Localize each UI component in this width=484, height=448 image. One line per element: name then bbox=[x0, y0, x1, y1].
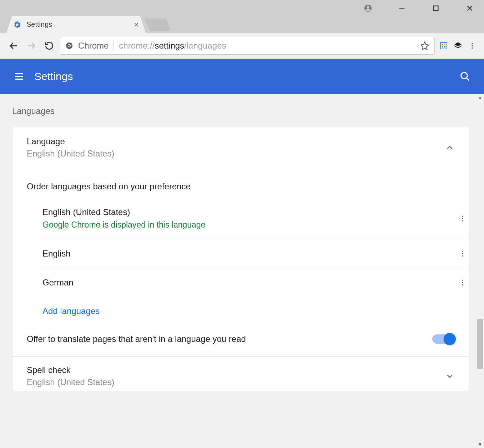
site-identity-icon bbox=[65, 42, 73, 50]
scroll-up-icon[interactable]: ▲ bbox=[476, 95, 484, 100]
reload-button[interactable] bbox=[42, 39, 56, 53]
search-icon[interactable] bbox=[460, 71, 470, 82]
chevron-up-icon bbox=[445, 143, 454, 152]
language-item: German bbox=[42, 268, 469, 297]
window-titlebar bbox=[0, 0, 484, 16]
svg-rect-12 bbox=[442, 44, 443, 45]
gear-icon bbox=[13, 20, 21, 29]
svg-point-31 bbox=[462, 282, 463, 283]
svg-rect-3 bbox=[434, 6, 438, 10]
back-button[interactable] bbox=[6, 39, 21, 53]
account-icon[interactable] bbox=[361, 1, 375, 15]
extension-icon-2[interactable] bbox=[453, 40, 463, 51]
language-item: English (United States) Google Chrome is… bbox=[42, 198, 469, 239]
languages-card: Language English (United States) Order l… bbox=[12, 126, 469, 391]
language-expander[interactable]: Language English (United States) bbox=[12, 126, 469, 169]
language-title: Language bbox=[27, 136, 445, 146]
tab-title: Settings bbox=[26, 20, 128, 29]
browser-toolbar: Chrome chrome://settings/languages bbox=[0, 33, 484, 59]
more-options-icon[interactable] bbox=[459, 250, 469, 258]
language-name: English (United States) bbox=[42, 207, 459, 217]
svg-rect-14 bbox=[442, 46, 443, 48]
translate-label: Offer to translate pages that aren't in … bbox=[27, 334, 432, 344]
scroll-down-icon[interactable]: ▼ bbox=[476, 442, 484, 447]
tab-close-icon[interactable] bbox=[133, 22, 139, 28]
svg-point-29 bbox=[462, 255, 463, 257]
svg-point-17 bbox=[472, 45, 473, 46]
maximize-button[interactable] bbox=[429, 1, 443, 15]
svg-point-30 bbox=[462, 280, 463, 281]
translate-row: Offer to translate pages that aren't in … bbox=[12, 325, 469, 356]
language-name: German bbox=[42, 278, 459, 288]
omnibox-url: chrome://settings/languages bbox=[119, 41, 226, 51]
svg-point-27 bbox=[462, 251, 463, 252]
order-label: Order languages based on your preference bbox=[27, 181, 454, 191]
bookmark-star-icon[interactable] bbox=[420, 41, 429, 50]
menu-icon[interactable] bbox=[14, 71, 24, 82]
toggle-knob bbox=[444, 333, 456, 345]
language-subtitle: English (United States) bbox=[27, 149, 445, 159]
svg-point-18 bbox=[472, 48, 473, 49]
settings-title: Settings bbox=[34, 70, 460, 83]
minimize-button[interactable] bbox=[395, 1, 409, 15]
svg-point-10 bbox=[68, 45, 70, 47]
content-viewport: Languages Language English (United State… bbox=[0, 94, 484, 448]
browser-menu-icon[interactable] bbox=[467, 40, 478, 51]
settings-header: Settings bbox=[0, 59, 484, 94]
svg-point-22 bbox=[461, 73, 468, 79]
address-bar[interactable]: Chrome chrome://settings/languages bbox=[60, 37, 435, 55]
language-list: English (United States) Google Chrome is… bbox=[42, 198, 469, 297]
svg-point-16 bbox=[472, 43, 473, 44]
scroll-thumb[interactable] bbox=[477, 319, 483, 369]
svg-point-25 bbox=[462, 218, 463, 219]
svg-point-28 bbox=[462, 253, 463, 254]
spellcheck-title: Spell check bbox=[27, 365, 445, 375]
close-window-button[interactable] bbox=[463, 1, 477, 15]
svg-rect-15 bbox=[444, 46, 445, 48]
language-item: English bbox=[42, 239, 469, 268]
language-name: English bbox=[42, 249, 459, 259]
more-options-icon[interactable] bbox=[459, 215, 469, 223]
chevron-down-icon bbox=[445, 372, 454, 381]
svg-point-24 bbox=[462, 215, 463, 217]
spellcheck-subtitle: English (United States) bbox=[27, 377, 445, 387]
svg-rect-13 bbox=[444, 44, 445, 45]
svg-point-1 bbox=[367, 6, 369, 8]
more-options-icon[interactable] bbox=[459, 279, 469, 287]
svg-rect-11 bbox=[440, 43, 447, 49]
scrollbar[interactable]: ▲ ▼ bbox=[476, 94, 484, 448]
language-note: Google Chrome is displayed in this langu… bbox=[42, 220, 459, 230]
tab-strip: Settings bbox=[0, 16, 484, 33]
svg-point-32 bbox=[462, 284, 463, 286]
origin-label: Chrome bbox=[78, 41, 109, 51]
translate-toggle[interactable] bbox=[432, 334, 454, 344]
add-languages-link[interactable]: Add languages bbox=[42, 297, 469, 325]
svg-line-23 bbox=[467, 78, 469, 81]
section-heading: Languages bbox=[12, 106, 476, 116]
omnibox-divider bbox=[114, 40, 114, 51]
svg-point-26 bbox=[462, 220, 463, 221]
forward-button bbox=[24, 39, 39, 53]
new-tab-button[interactable] bbox=[145, 19, 171, 31]
extension-icon-1[interactable] bbox=[438, 40, 449, 51]
browser-tab[interactable]: Settings bbox=[6, 16, 146, 33]
spellcheck-expander[interactable]: Spell check English (United States) bbox=[12, 357, 469, 391]
